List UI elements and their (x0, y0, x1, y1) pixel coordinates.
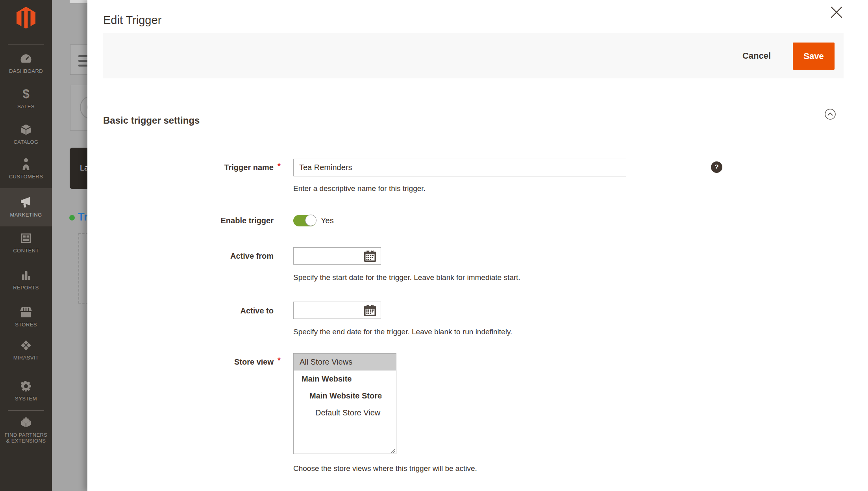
status-dot (69, 215, 75, 220)
sidebar-item-stores[interactable]: STORES (0, 306, 52, 328)
trigger-name-label: Trigger name (154, 162, 274, 172)
modal-title: Edit Trigger (103, 14, 161, 27)
customers-icon (20, 157, 32, 171)
magento-logo[interactable] (15, 6, 37, 29)
store-view-hint: Choose the store views where this trigge… (293, 463, 477, 473)
sidebar-item-label: DASHBOARD (9, 68, 43, 74)
sidebar-item-label: STORES (15, 322, 37, 328)
active-to-hint: Specify the end date for the trigger. Le… (293, 327, 512, 337)
active-to-input[interactable] (294, 302, 370, 319)
avatar (80, 96, 87, 119)
hamburger-icon (78, 55, 87, 57)
magento-logo-icon (15, 6, 37, 29)
sidebar-divider (8, 410, 44, 411)
close-icon[interactable] (829, 5, 844, 20)
edit-trigger-modal: Edit Trigger Cancel Save Basic trigger s… (87, 0, 868, 491)
active-to-label: Active to (154, 306, 274, 316)
sidebar-item-marketing[interactable]: MARKETING (0, 188, 52, 226)
sidebar-item-mirasvit[interactable]: MIRASVIT (0, 339, 52, 361)
content-icon (20, 232, 32, 245)
extensions-icon (19, 416, 33, 429)
store-view-option-main-website[interactable]: Main Website (294, 371, 396, 387)
calendar-icon[interactable] (364, 304, 376, 317)
save-button[interactable]: Save (793, 43, 835, 70)
sidebar-item-dashboard[interactable]: DASHBOARD (0, 52, 52, 74)
sidebar-item-find-partners[interactable]: FIND PARTNERS& EXTENSIONS (0, 416, 52, 444)
sidebar-item-reports[interactable]: REPORTS (0, 269, 52, 291)
modal-toolbar: Cancel Save (103, 33, 844, 78)
stores-icon (19, 306, 33, 319)
active-from-field (293, 247, 381, 265)
store-view-option-main-website-store[interactable]: Main Website Store (294, 387, 396, 404)
mirasvit-icon (19, 339, 33, 352)
background-avatar-card (70, 85, 87, 131)
enable-trigger-toggle[interactable] (293, 215, 316, 226)
chevron-up-icon (824, 108, 836, 120)
screen: DASHBOARD $ SALES CATALOG CUSTOMERS MARK… (0, 0, 868, 491)
sidebar-item-label: MIRASVIT (13, 355, 39, 361)
active-from-input[interactable] (294, 248, 370, 264)
sidebar-item-content[interactable]: CONTENT (0, 232, 52, 254)
required-marker: * (278, 356, 285, 365)
store-view-option-all[interactable]: All Store Views (294, 354, 396, 371)
calendar-icon[interactable] (364, 250, 376, 262)
resize-handle-icon[interactable] (390, 448, 395, 453)
store-view-label: Store view (154, 357, 274, 367)
toggle-knob (305, 215, 316, 226)
background-dark-button-label: La (80, 163, 87, 172)
trigger-name-hint: Enter a descriptive name for this trigge… (293, 183, 426, 193)
store-view-select[interactable]: All Store Views Main Website Main Websit… (293, 353, 396, 454)
background-dark-button[interactable]: La (70, 148, 87, 189)
active-to-field (293, 302, 381, 319)
sidebar-item-label: MARKETING (10, 212, 42, 218)
active-from-label: Active from (154, 251, 274, 261)
catalog-icon (20, 123, 32, 136)
sales-icon: $ (22, 87, 29, 101)
reports-icon (20, 269, 32, 282)
collapse-section-button[interactable] (824, 108, 836, 120)
cancel-button[interactable]: Cancel (733, 46, 780, 65)
marketing-icon (19, 196, 33, 209)
help-icon[interactable]: ? (711, 161, 722, 173)
section-heading: Basic trigger settings (103, 115, 200, 126)
toggle-state-label: Yes (321, 215, 334, 226)
dashboard-icon (20, 52, 32, 65)
sidebar-divider (8, 44, 44, 45)
active-from-hint: Specify the start date for the trigger. … (293, 272, 520, 282)
system-icon (20, 380, 32, 393)
background-header-sliver (70, 0, 87, 3)
required-marker: * (278, 161, 285, 170)
admin-sidebar: DASHBOARD $ SALES CATALOG CUSTOMERS MARK… (0, 0, 52, 491)
sidebar-item-catalog[interactable]: CATALOG (0, 123, 52, 145)
sidebar-item-label: SALES (17, 104, 35, 109)
sidebar-item-label: SYSTEM (15, 396, 37, 402)
dimmed-background-page: La Tr (52, 0, 87, 491)
sidebar-item-label: FIND PARTNERS& EXTENSIONS (5, 432, 48, 444)
sidebar-item-label: CATALOG (14, 139, 39, 145)
trigger-name-input[interactable] (293, 159, 626, 176)
store-view-option-default-store-view[interactable]: Default Store View (294, 404, 396, 421)
enable-trigger-label: Enable trigger (154, 215, 274, 226)
sidebar-item-customers[interactable]: CUSTOMERS (0, 157, 52, 180)
background-dashed-region (78, 233, 87, 304)
background-page-link[interactable]: Tr (78, 211, 87, 223)
sidebar-item-system[interactable]: SYSTEM (0, 380, 52, 402)
sidebar-item-label: CONTENT (13, 248, 39, 254)
menu-toggle-button[interactable] (70, 44, 87, 75)
sidebar-item-label: CUSTOMERS (9, 174, 43, 180)
sidebar-item-label: REPORTS (13, 285, 39, 291)
sidebar-item-sales[interactable]: $ SALES (0, 87, 52, 109)
